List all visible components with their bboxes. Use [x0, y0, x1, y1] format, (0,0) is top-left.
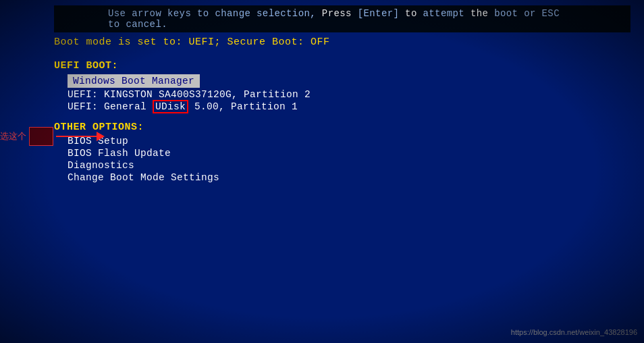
bios-setup-item[interactable]: BIOS Setup: [68, 136, 630, 147]
boot-mode-line: Boot mode is set to: UEFI; Secure Boot: …: [54, 36, 630, 48]
annotation-blur-box: [29, 127, 53, 146]
bios-content: Use arrow keys to change selection, Pres…: [41, 0, 644, 343]
windows-boot-manager-item[interactable]: Windows Boot Manager: [68, 74, 630, 89]
windows-boot-manager-label: Windows Boot Manager: [68, 74, 200, 88]
udisk-boot-item[interactable]: UEFI: General UDisk 5.00, Partition 1: [68, 101, 630, 112]
kingston-boot-item[interactable]: UEFI: KINGSTON SA400S37120G, Partition 2: [68, 89, 630, 100]
udisk-highlight: UDisk: [153, 100, 188, 113]
uefi-boot-header: UEFI BOOT:: [54, 60, 630, 72]
uefi-general-prefix: UEFI: General: [68, 101, 153, 112]
other-options-header: OTHER OPTIONS:: [54, 122, 630, 133]
uefi-boot-items: Windows Boot Manager UEFI: KINGSTON SA40…: [68, 74, 630, 112]
uefi-general-suffix: 5.00, Partition 1: [188, 101, 298, 112]
arrow: [56, 132, 105, 141]
annotation-text: 选这个: [0, 130, 26, 142]
change-boot-mode-item[interactable]: Change Boot Mode Settings: [68, 172, 630, 183]
top-instruction-text: Use arrow keys to change selection, Pres…: [108, 8, 560, 30]
kingston-label: UEFI: KINGSTON SA400S37120G, Partition 2: [68, 89, 311, 100]
bios-flash-update-item[interactable]: BIOS Flash Update: [68, 148, 630, 159]
arrow-line: [56, 136, 97, 137]
bios-screen: Use arrow keys to change selection, Pres…: [0, 0, 644, 343]
diagnostics-item[interactable]: Diagnostics: [68, 160, 630, 171]
arrow-head: [97, 132, 105, 141]
top-instruction-bar: Use arrow keys to change selection, Pres…: [54, 5, 630, 32]
annotation-container: 选这个: [0, 127, 105, 146]
watermark: https://blog.csdn.net/weixin_43828196: [511, 328, 637, 336]
